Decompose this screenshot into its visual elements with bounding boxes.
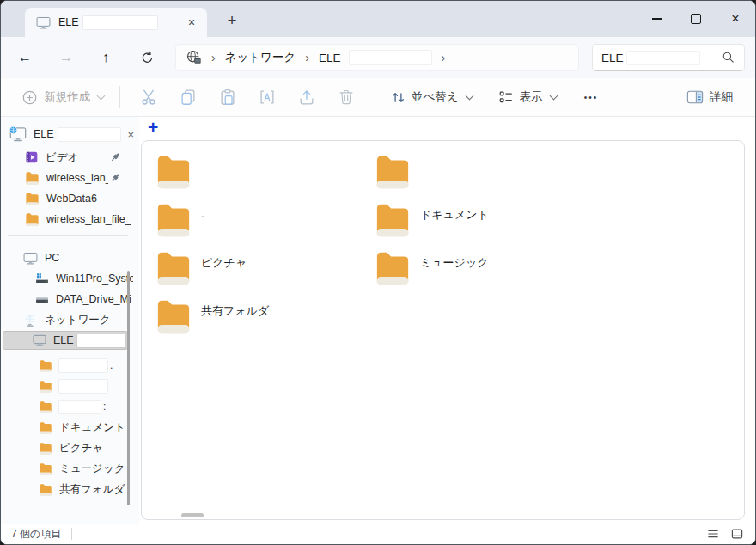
breadcrumb-network[interactable]: ネットワーク xyxy=(225,50,296,65)
copy-button[interactable] xyxy=(168,83,208,112)
network-computer-icon xyxy=(9,126,27,143)
redaction-box xyxy=(83,16,157,29)
pin-icon xyxy=(110,173,120,183)
delete-button[interactable] xyxy=(326,83,366,112)
close-icon[interactable]: × xyxy=(127,128,134,141)
view-button-label: 表示 xyxy=(520,89,543,105)
windows-drive-icon xyxy=(35,272,49,285)
paste-button[interactable] xyxy=(208,83,247,112)
large-icons-view-icon xyxy=(730,527,744,541)
folder-icon xyxy=(155,296,192,335)
network-computer-icon xyxy=(33,334,46,347)
file-item-redacted[interactable] xyxy=(155,151,201,191)
sidebar-item-pictures[interactable]: ピクチャ xyxy=(39,438,139,457)
folder-icon xyxy=(375,151,411,191)
folder-icon xyxy=(39,379,52,394)
sidebar-item-wireless-lan-fi[interactable]: wireless_lan_fi xyxy=(25,168,139,187)
minimize-button[interactable] xyxy=(637,1,676,37)
folder-icon xyxy=(39,400,52,414)
tab-title: ELE xyxy=(58,16,79,28)
pc-icon xyxy=(23,251,38,266)
large-icons-view-button[interactable] xyxy=(728,525,747,542)
tab-close-icon[interactable]: × xyxy=(183,14,200,31)
address-bar[interactable]: › ネットワーク › ELE › xyxy=(175,44,579,71)
new-button[interactable]: 新規作成 xyxy=(15,83,111,112)
sidebar-item-videos[interactable]: ビデオ xyxy=(25,148,139,167)
cut-button[interactable] xyxy=(129,83,168,112)
rename-button[interactable] xyxy=(247,83,287,112)
sidebar-scrollbar-thumb[interactable] xyxy=(127,271,130,505)
file-item-music[interactable]: ミュージック xyxy=(375,248,489,287)
share-button[interactable] xyxy=(287,83,326,112)
forward-button[interactable]: → xyxy=(53,45,79,70)
sidebar-item-shared-folder[interactable]: 共有フォルダ xyxy=(39,480,139,499)
chevron-down-icon xyxy=(549,91,558,100)
drive-icon xyxy=(35,292,49,306)
file-item-redacted[interactable]: . xyxy=(155,199,204,239)
sidebar-item-wireless-lan-file[interactable]: wireless_lan_file_s xyxy=(25,210,139,229)
chevron-down-icon xyxy=(97,91,106,100)
breadcrumb-ele[interactable]: ELE xyxy=(319,52,341,64)
title-bar: ELE × + × xyxy=(1,1,755,37)
sidebar-item-documents[interactable]: ドキュメント xyxy=(39,418,139,437)
sidebar-header-ele[interactable]: ELE × xyxy=(9,125,139,144)
up-button[interactable]: ↑ xyxy=(93,45,119,70)
horizontal-scrollbar-thumb[interactable] xyxy=(181,513,204,517)
search-input[interactable]: ELE xyxy=(592,44,745,71)
rename-icon xyxy=(258,88,277,107)
folder-icon xyxy=(375,199,411,239)
cut-icon xyxy=(139,88,158,107)
explorer-window: ELE × + × ← → ↑ › ネットワーク › ELE › ELE xyxy=(0,0,756,545)
details-pane-icon xyxy=(686,89,704,106)
sidebar-item-folder-redacted[interactable] xyxy=(39,377,139,395)
maximize-button[interactable] xyxy=(676,1,716,37)
file-item-redacted[interactable] xyxy=(375,151,420,191)
sort-button[interactable]: 並べ替え xyxy=(384,83,479,112)
file-item-shared-folder[interactable]: 共有フォルダ xyxy=(155,296,269,335)
minimize-icon xyxy=(652,18,662,19)
divider xyxy=(375,86,375,108)
sidebar-separator xyxy=(8,235,128,236)
refresh-button[interactable] xyxy=(134,45,160,70)
copy-icon xyxy=(179,88,198,107)
divider xyxy=(71,528,72,540)
new-button-label: 新規作成 xyxy=(44,89,90,105)
back-button[interactable]: ← xyxy=(12,45,38,70)
sidebar-item-webdata6[interactable]: WebData6 xyxy=(25,189,139,208)
sidebar-item-data-drive[interactable]: DATA_Drive_Mi xyxy=(35,290,139,309)
breadcrumb-chevron: › xyxy=(211,51,216,64)
share-icon xyxy=(297,88,316,107)
sidebar-item-pc[interactable]: PC xyxy=(23,248,139,267)
folder-icon xyxy=(39,441,52,456)
folder-icon xyxy=(39,358,52,373)
sidebar-item-win11pro-drive[interactable]: Win11Pro_Syste xyxy=(35,269,139,288)
breadcrumb-chevron: › xyxy=(441,51,445,64)
pin-icon xyxy=(110,152,120,162)
redaction-box xyxy=(59,359,107,372)
annotation-plus: + xyxy=(148,117,158,138)
new-tab-button[interactable]: + xyxy=(221,9,243,32)
sidebar-item-music[interactable]: ミュージック xyxy=(39,459,139,478)
file-item-documents[interactable]: ドキュメント xyxy=(375,199,489,239)
list-view-button[interactable] xyxy=(704,525,722,542)
redaction-box xyxy=(58,128,120,141)
sort-button-label: 並べ替え xyxy=(412,89,459,105)
sidebar-header-label: ELE xyxy=(34,128,54,140)
search-icon[interactable] xyxy=(722,51,735,64)
refresh-icon xyxy=(140,51,155,65)
close-button[interactable]: × xyxy=(716,1,755,37)
sidebar-item-network[interactable]: ネットワーク xyxy=(23,310,139,329)
folder-icon xyxy=(155,248,192,287)
content-area: ELE × ビデオ wireless_lan_fi WebData6 wirel xyxy=(1,117,755,524)
list-view-icon xyxy=(706,527,720,541)
details-pane-button[interactable]: 詳細 xyxy=(680,83,740,112)
view-button[interactable]: 表示 xyxy=(491,83,564,112)
sidebar-item-folder-redacted[interactable]: . xyxy=(39,356,139,375)
sidebar-item-folder-redacted[interactable]: : xyxy=(39,397,139,416)
view-options-icon xyxy=(498,89,514,105)
more-options-button[interactable]: ••• xyxy=(577,93,606,102)
tab-ele[interactable]: ELE × xyxy=(25,8,207,37)
file-item-pictures[interactable]: ピクチャ xyxy=(155,248,247,287)
sidebar-item-ele-selected[interactable]: ELE xyxy=(3,331,128,350)
close-icon: × xyxy=(731,12,739,26)
